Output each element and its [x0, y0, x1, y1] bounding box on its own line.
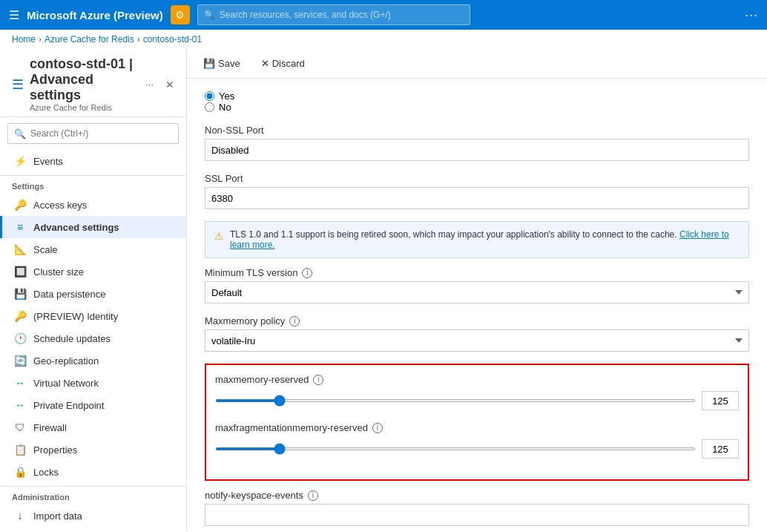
header-more-icon[interactable]: ···: [145, 79, 154, 90]
sidebar-item-label: Properties: [33, 444, 77, 456]
sidebar-item-private-endpoint[interactable]: ↔ Private Endpoint: [0, 394, 186, 416]
radio-yes-label: Yes: [219, 91, 234, 102]
maxmemory-policy-section: Maxmemory policy i volatile-lru allkeys-…: [205, 315, 749, 352]
sidebar-item-label: Schedule updates: [33, 333, 111, 344]
tls-warning-box: ⚠ TLS 1.0 and 1.1 support is being retir…: [205, 221, 749, 258]
discard-icon: ✕: [261, 58, 269, 69]
vnet-icon: ↔: [14, 377, 26, 389]
breadcrumb: Home › Azure Cache for Redis › contoso-s…: [0, 30, 767, 49]
sidebar-search-icon: 🔍: [14, 128, 26, 139]
maxmemory-policy-select[interactable]: volatile-lru allkeys-lru allkeys-random …: [205, 329, 749, 352]
breadcrumb-service[interactable]: Azure Cache for Redis: [45, 34, 134, 45]
min-tls-info-icon[interactable]: i: [302, 268, 312, 278]
non-ssl-input[interactable]: [205, 139, 749, 161]
maxfrag-section: maxfragmentationmemory-reserved i 125: [215, 422, 739, 459]
sidebar-search-input[interactable]: [30, 128, 172, 139]
radio-yes-input[interactable]: [205, 91, 214, 101]
settings-section-header: Settings: [0, 175, 186, 194]
maxmemory-reserved-value: 125: [702, 391, 739, 410]
import-icon: ↓: [14, 510, 26, 522]
sidebar-item-preview-identity[interactable]: 🔑 (PREVIEW) Identity: [0, 305, 186, 327]
sidebar-item-label: Private Endpoint: [33, 400, 104, 411]
min-tls-section: Minimum TLS version i Default 1.0 1.1 1.…: [205, 267, 749, 303]
sidebar-item-label: Geo-replication: [33, 355, 99, 367]
sidebar-nav: ⚡ Events Settings 🔑 Access keys ≡ Advanc…: [0, 150, 186, 531]
hamburger-menu[interactable]: ☰: [9, 8, 19, 22]
sidebar-item-properties[interactable]: 📋 Properties: [0, 439, 186, 461]
global-search-input[interactable]: [220, 10, 464, 20]
sidebar-item-access-keys[interactable]: 🔑 Access keys: [0, 194, 186, 216]
top-navigation: ☰ Microsoft Azure (Preview) ⚙ 🔍 ···: [0, 0, 767, 30]
firewall-icon: 🛡: [14, 421, 26, 433]
min-tls-select[interactable]: Default 1.0 1.1 1.2: [205, 281, 749, 303]
sidebar: ☰ contoso-std-01 | Advanced settings Azu…: [0, 49, 187, 531]
sidebar-item-label: Locks: [33, 467, 59, 478]
non-ssl-label: Non-SSL Port: [205, 125, 749, 136]
sidebar-item-virtual-network[interactable]: ↔ Virtual Network: [0, 372, 186, 394]
notify-keyspace-label: notify-keyspace-events i: [205, 490, 749, 501]
sidebar-item-label: Access keys: [33, 200, 87, 211]
maxmemory-reserved-slider-row: 125: [215, 391, 739, 410]
non-ssl-section: Non-SSL Port: [205, 125, 749, 161]
sidebar-item-label: Cluster size: [33, 266, 84, 278]
sidebar-item-locks[interactable]: 🔒 Locks: [0, 461, 186, 483]
memory-reserved-section: maxmemory-reserved i 125 maxfragmentatio…: [205, 364, 749, 481]
ssl-label: SSL Port: [205, 173, 749, 184]
discard-label: Discard: [272, 58, 305, 69]
notify-info-icon[interactable]: i: [308, 490, 318, 501]
save-button[interactable]: 💾 Save: [199, 55, 245, 72]
sidebar-item-scale[interactable]: 📐 Scale: [0, 238, 186, 260]
yes-no-section: Yes No: [205, 91, 749, 113]
main-content: 💾 Save ✕ Discard Yes No: [187, 49, 767, 531]
warning-icon: ⚠: [214, 230, 224, 242]
sidebar-item-data-persistence[interactable]: 💾 Data persistence: [0, 283, 186, 305]
radio-yes[interactable]: Yes: [205, 91, 749, 102]
sidebar-item-label: Scale: [33, 244, 58, 255]
maxmemory-reserved-slider[interactable]: [215, 399, 696, 402]
page-layout: ☰ contoso-std-01 | Advanced settings Azu…: [0, 49, 767, 531]
geo-icon: 🔄: [14, 355, 26, 367]
ssl-input[interactable]: [205, 187, 749, 209]
cluster-icon: 🔲: [14, 266, 26, 278]
more-options[interactable]: ···: [745, 7, 758, 23]
search-icon: 🔍: [204, 10, 215, 20]
scale-icon: 📐: [14, 243, 26, 255]
page-menu-icon: ☰: [12, 76, 24, 93]
notify-keyspace-input[interactable]: [205, 504, 749, 526]
global-search-bar[interactable]: 🔍: [197, 4, 470, 25]
maxfrag-value: 125: [702, 439, 739, 459]
sidebar-item-advanced-settings[interactable]: ≡ Advanced settings: [0, 216, 186, 238]
maxmemory-reserved-info-icon[interactable]: i: [313, 375, 323, 385]
maxmemory-reserved-section: maxmemory-reserved i 125: [215, 374, 739, 410]
sidebar-item-label: Firewall: [33, 422, 67, 433]
schedule-icon: 🕐: [14, 332, 26, 344]
sidebar-item-schedule-updates[interactable]: 🕐 Schedule updates: [0, 327, 186, 349]
breadcrumb-sep2: ›: [137, 34, 140, 45]
app-title: Microsoft Azure (Preview): [27, 9, 163, 22]
maxmemory-info-icon[interactable]: i: [289, 316, 300, 326]
ssl-section: SSL Port: [205, 173, 749, 209]
advanced-settings-icon: ≡: [14, 221, 26, 233]
events-icon: ⚡: [14, 155, 26, 167]
discard-button[interactable]: ✕ Discard: [257, 55, 309, 72]
notify-keyspace-section: notify-keyspace-events i: [205, 490, 749, 526]
maxfrag-info-icon[interactable]: i: [372, 423, 383, 433]
breadcrumb-resource[interactable]: contoso-std-01: [143, 34, 202, 45]
save-label: Save: [218, 58, 240, 69]
sidebar-item-firewall[interactable]: 🛡 Firewall: [0, 416, 186, 439]
radio-no-input[interactable]: [205, 102, 214, 112]
maxfrag-slider[interactable]: [215, 447, 696, 450]
sidebar-item-import-data[interactable]: ↓ Import data: [0, 505, 186, 527]
close-button[interactable]: ✕: [165, 79, 174, 91]
access-keys-icon: 🔑: [14, 199, 26, 211]
maxmemory-reserved-label: maxmemory-reserved i: [215, 374, 739, 385]
tls-warning-text: TLS 1.0 and 1.1 support is being retired…: [230, 229, 740, 250]
sidebar-item-cluster-size[interactable]: 🔲 Cluster size: [0, 260, 186, 283]
sidebar-item-events[interactable]: ⚡ Events: [0, 150, 186, 172]
sidebar-item-geo-replication[interactable]: 🔄 Geo-replication: [0, 349, 186, 372]
app-icon: ⚙: [171, 5, 190, 24]
radio-no[interactable]: No: [205, 102, 749, 113]
sidebar-search[interactable]: 🔍: [7, 123, 179, 144]
maxmemory-policy-label: Maxmemory policy i: [205, 315, 749, 326]
breadcrumb-home[interactable]: Home: [12, 34, 36, 45]
